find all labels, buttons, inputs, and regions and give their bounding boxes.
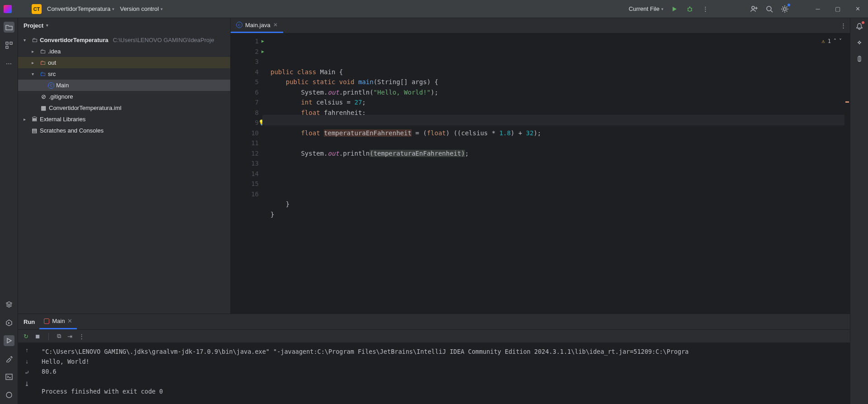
services-tool-button[interactable] [4,317,14,328]
up-stack-button[interactable]: ↑ [25,347,28,353]
run-config-icon [44,318,49,324]
chevron-down-icon: ▾ [161,7,163,11]
vcs-label: Version control [120,5,159,12]
rerun-button[interactable]: ↻ [24,333,28,340]
scroll-end-button[interactable]: ⤓ [24,380,29,387]
folder-icon: 🗀 [39,71,46,77]
chevron-down-icon: ▾ [32,71,37,76]
search-button[interactable] [765,5,774,14]
svg-line-10 [771,10,773,12]
terminal-tool-button[interactable] [4,371,14,382]
inspections-widget[interactable]: ⚠ 1 ˄ ˅ [822,36,842,47]
svg-line-5 [691,10,692,11]
project-name-label: ConvertidorTemperatura [47,5,110,12]
library-icon: 🏛 [31,116,38,123]
tree-label: .idea [48,48,61,55]
warning-icon: ⚠ [822,36,825,47]
svg-line-4 [688,10,688,11]
tab-more-button[interactable]: ⋮ [836,18,850,33]
ai-assistant-button[interactable] [855,38,864,47]
tree-label: External Libraries [40,116,85,123]
close-tab-button[interactable]: ✕ [273,22,278,28]
svg-rect-13 [10,42,12,44]
error-stripe-mark[interactable] [845,101,849,103]
layers-tool-button[interactable] [4,299,14,310]
tree-label: ConvertidorTemperatura.iml [49,105,121,111]
structure-tool-button[interactable] [4,40,14,51]
project-tree: ▾ 🗀 ConvertidorTemperatura C:\Users\LENO… [18,33,230,138]
tree-item-external-libs[interactable]: ▸ 🏛 External Libraries [18,114,230,125]
maximize-button[interactable]: ▢ [831,5,844,12]
warning-count: 1 [828,36,831,47]
down-stack-button[interactable]: ↓ [25,358,28,365]
tree-item-src[interactable]: ▾ 🗀 src [18,68,230,80]
run-output[interactable]: "C:\Users\LENOVO GAMING\.jdks\graalvm-jd… [36,343,850,404]
run-config-tab[interactable]: Main ✕ [39,314,77,329]
debug-button[interactable] [685,5,694,14]
more-actions-button[interactable]: ⋮ [701,5,710,14]
problems-tool-button[interactable] [4,390,14,400]
project-tool-button[interactable] [4,22,14,33]
vcs-widget[interactable]: Version control ▾ [120,5,163,12]
prev-highlight-button[interactable]: ˄ [834,36,836,47]
run-side-toolbar: ↑ ↓ ⤶ ⤓ [18,343,36,404]
close-button[interactable]: ✕ [851,5,864,12]
editor-tab-main[interactable]: C Main.java ✕ [231,18,283,33]
code-editor[interactable]: 1▶ 2▶ 345 678 9💡 101112 13141516 ⚠ 1 [231,33,850,314]
svg-point-0 [688,8,692,11]
tree-item-iml[interactable]: ▦ ConvertidorTemperatura.iml [18,102,230,114]
close-run-tab-button[interactable]: ✕ [67,318,72,324]
editor-area: C Main.java ✕ ⋮ 1▶ 2▶ 345 678 9💡 101112 [231,18,850,314]
project-selector[interactable]: ConvertidorTemperatura ▾ [47,5,114,12]
stop-button[interactable]: ⏹ [35,333,41,340]
database-button[interactable] [855,54,864,63]
tree-item-idea[interactable]: ▸ 🗀 .idea [18,46,230,57]
tree-label: Main [56,82,69,89]
notifications-button[interactable] [855,22,864,31]
tree-root[interactable]: ▾ 🗀 ConvertidorTemperatura C:\Users\LENO… [18,34,230,46]
project-panel-header[interactable]: Project ▾ [18,18,230,33]
code-content[interactable]: ⚠ 1 ˄ ˅ public class Main { public stati… [262,33,850,314]
titlebar: CT ConvertidorTemperatura ▾ Version cont… [0,0,868,18]
tree-root-path: C:\Users\LENOVO GAMING\IdeaProje [113,37,214,43]
run-button[interactable] [670,5,679,14]
tree-label: Scratches and Consoles [40,127,104,134]
soft-wrap-button[interactable]: ⤶ [24,369,29,376]
run-panel-title: Run [24,318,35,325]
exit-button[interactable]: ⇥ [67,333,72,340]
tree-label: .gitignore [49,93,73,100]
folder-icon: 🗀 [31,37,38,43]
chevron-down-icon: ▾ [661,7,664,11]
run-panel: Run Main ✕ ↻ ⏹ │ ⧉ ⇥ ⋮ ↑ ↓ ⤶ [18,314,850,404]
main-menu-button[interactable] [17,5,26,14]
tree-item-scratches[interactable]: ▤ Scratches and Consoles [18,125,230,136]
project-panel: Project ▾ ▾ 🗀 ConvertidorTemperatura C:\… [18,18,231,314]
folder-icon: 🗀 [39,59,46,66]
tree-item-out[interactable]: ▸ 🗀 out [18,57,230,68]
tree-item-main-class[interactable]: C Main [18,80,230,91]
chevron-down-icon: ▾ [112,7,114,11]
run-tool-button[interactable] [4,335,14,346]
chevron-down-icon: ▾ [46,23,48,28]
settings-button[interactable] [780,5,789,14]
screenshot-button[interactable]: ⧉ [57,333,61,340]
tree-label: out [48,59,56,66]
minimize-button[interactable]: ─ [811,5,825,12]
svg-rect-14 [6,46,8,48]
svg-point-6 [752,6,754,9]
project-badge: CT [32,4,42,14]
next-highlight-button[interactable]: ˅ [839,36,842,47]
tree-item-gitignore[interactable]: ⊘ .gitignore [18,91,230,102]
svg-line-3 [691,8,692,9]
editor-tabbar: C Main.java ✕ ⋮ [231,18,850,33]
chevron-right-icon: ▸ [32,49,37,54]
build-tool-button[interactable] [4,353,14,364]
run-more-button[interactable]: ⋮ [79,333,85,340]
left-tool-strip: ⋯ [0,18,18,404]
tree-root-label: ConvertidorTemperatura [40,37,108,43]
code-with-me-button[interactable] [749,5,759,14]
right-tool-strip [850,18,868,404]
more-tool-button[interactable]: ⋯ [4,58,14,69]
run-config-selector[interactable]: Current File ▾ [629,5,664,12]
project-panel-title: Project [24,22,43,29]
